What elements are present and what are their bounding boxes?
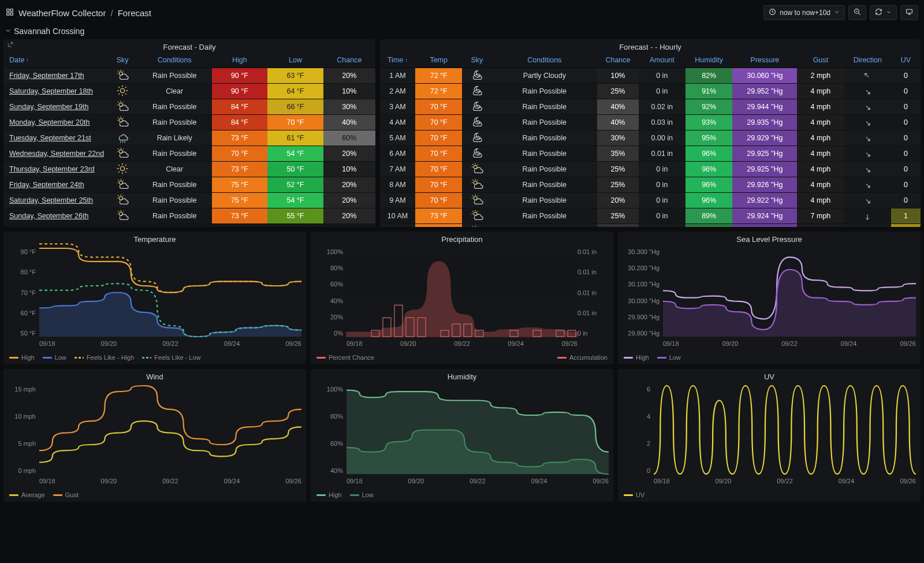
axis-tick: 0.01 in (578, 248, 610, 255)
panel-title[interactable]: Forecast - - Hourly (380, 39, 921, 53)
date-cell[interactable]: Friday, September 24th (3, 177, 107, 193)
humidity-cell: 95% (685, 131, 732, 146)
table-row[interactable]: Saturday, September 18thClear90 °F64 °F1… (3, 84, 375, 99)
chart-plot[interactable] (39, 386, 301, 474)
date-cell[interactable]: Sunday, September 19th (3, 99, 107, 115)
table-row[interactable]: 8 AM70 °FRain Possible25%0 in96%29.926 "… (380, 177, 921, 193)
legend-item[interactable]: Gust (53, 491, 79, 498)
temp-cell: 73 °F (415, 208, 462, 224)
col-header[interactable]: Conditions (491, 53, 597, 68)
uv-cell: 0 (891, 115, 921, 131)
external-link-icon[interactable] (7, 42, 13, 50)
col-header[interactable]: Pressure (732, 53, 797, 68)
axis-tick: 30.300 "Hg (621, 248, 663, 255)
table-row[interactable]: Saturday, September 25thRain Possible75 … (3, 193, 375, 208)
date-cell[interactable]: Saturday, September 25th (3, 193, 107, 208)
legend-item[interactable]: Feels Like - High (74, 354, 135, 361)
col-header[interactable]: Humidity (685, 53, 732, 68)
legend-item[interactable]: Low (350, 491, 374, 498)
col-header[interactable]: Gust (797, 53, 844, 68)
panel-title[interactable]: Forecast - Daily (3, 39, 375, 53)
table-row[interactable]: 10 AM73 °FRain Possible25%0 in89%29.924 … (380, 208, 921, 224)
legend-item[interactable]: Low (43, 354, 66, 361)
chance-cell: 25% (597, 208, 638, 224)
refresh-button[interactable] (870, 5, 897, 20)
col-header[interactable]: High (212, 53, 268, 68)
table-row[interactable]: Monday, September 20thRain Possible84 °F… (3, 115, 375, 131)
date-cell[interactable]: Saturday, September 18th (3, 84, 107, 99)
table-row[interactable]: 4 AM70 °FRain Possible40%0.03 in93%29.93… (380, 115, 921, 131)
conditions-cell: Rain Possible (137, 115, 212, 131)
table-row[interactable]: 2 AM72 °FRain Possible25%0 in91%29.952 "… (380, 84, 921, 99)
table-row[interactable]: 11 AM75 °FThunderstorms Possible30%0.00 … (380, 224, 921, 228)
chart-plot[interactable] (654, 386, 916, 474)
legend-item[interactable]: Feels Like - Low (142, 354, 200, 361)
axis-tick: 29.800 "Hg (621, 330, 663, 337)
chance-cell: 60% (323, 131, 375, 146)
crumb-sub[interactable]: Forecast (118, 8, 151, 18)
panel-title[interactable]: Sea Level Pressure (618, 232, 921, 245)
date-cell[interactable]: Friday, September 17th (3, 68, 107, 84)
legend-item[interactable]: High (9, 354, 35, 361)
col-header[interactable]: Sky (107, 53, 137, 68)
table-row[interactable]: Sunday, September 19thRain Possible84 °F… (3, 99, 375, 115)
table-row[interactable]: Wednesday, September 22ndRain Possible70… (3, 146, 375, 162)
uv-cell: 3 (891, 224, 921, 228)
amount-cell: 0.00 in (639, 224, 685, 228)
axis-tick: 10 mph (7, 413, 39, 420)
panel-title[interactable]: Humidity (311, 369, 613, 382)
col-header[interactable]: Direction (844, 53, 891, 68)
chart-plot[interactable] (663, 248, 916, 337)
table-row[interactable]: Tuesday, September 21stRain Likely73 °F6… (3, 131, 375, 146)
col-header[interactable]: Time (380, 53, 415, 68)
table-row[interactable]: Friday, September 24thRain Possible75 °F… (3, 177, 375, 193)
table-row[interactable]: 7 AM70 °FRain Possible25%0 in96%29.925 "… (380, 162, 921, 177)
col-header[interactable]: Date (3, 53, 107, 68)
col-header[interactable]: Chance (323, 53, 375, 68)
direction-cell (844, 99, 891, 115)
legend-item[interactable]: High (316, 491, 342, 498)
table-row[interactable]: 9 AM70 °FRain Possible20%0 in96%29.922 "… (380, 193, 921, 208)
zoom-out-button[interactable] (848, 5, 866, 20)
direction-arrow-icon (862, 179, 873, 190)
legend-item[interactable]: UV (624, 491, 644, 498)
col-header[interactable]: Sky (462, 53, 491, 68)
col-header[interactable]: Chance (597, 53, 638, 68)
col-header[interactable]: Amount (639, 53, 685, 68)
table-row[interactable]: 1 AM72 °FPartly Cloudy10%0 in82%30.060 "… (380, 68, 921, 84)
panel-title[interactable]: Wind (3, 369, 306, 382)
table-row[interactable]: 5 AM70 °FRain Possible30%0.00 in95%29.92… (380, 131, 921, 146)
table-row[interactable]: Friday, September 17thRain Possible90 °F… (3, 68, 375, 84)
date-cell[interactable]: Thursday, September 23rd (3, 162, 107, 177)
table-row[interactable]: 6 AM70 °FRain Possible35%0.01 in96%29.92… (380, 146, 921, 162)
row-header[interactable]: Savannah Crossing (5, 27, 919, 36)
monitor-icon (906, 8, 913, 17)
panel-title[interactable]: UV (618, 369, 921, 382)
panel-title[interactable]: Precipitation (311, 232, 613, 245)
legend-item[interactable]: Accumulation (557, 354, 608, 361)
panel-title[interactable]: Temperature (3, 232, 306, 245)
time-range-picker[interactable]: now to now+10d (763, 5, 845, 20)
col-header[interactable]: Low (267, 53, 323, 68)
table-row[interactable]: Thursday, September 23rdClear73 °F50 °F1… (3, 162, 375, 177)
col-header[interactable]: Conditions (137, 53, 212, 68)
date-cell[interactable]: Wednesday, September 22nd (3, 146, 107, 162)
date-cell[interactable]: Monday, September 20th (3, 115, 107, 131)
chart-plot[interactable] (346, 248, 578, 337)
date-cell[interactable]: Tuesday, September 21st (3, 131, 107, 146)
legend-item[interactable]: Average (9, 491, 45, 498)
legend-item[interactable]: Low (657, 354, 681, 361)
cycle-view-button[interactable] (900, 5, 918, 20)
humidity-cell: 93% (685, 115, 732, 131)
crumb-main[interactable]: WeatherFlow Collector (18, 8, 106, 18)
axis-tick: 09/20 (400, 340, 416, 347)
table-row[interactable]: Sunday, September 26thRain Possible73 °F… (3, 208, 375, 224)
col-header[interactable]: Temp (415, 53, 462, 68)
legend-item[interactable]: High (624, 354, 649, 361)
chart-plot[interactable] (39, 248, 301, 337)
chart-plot[interactable] (346, 386, 609, 474)
date-cell[interactable]: Sunday, September 26th (3, 208, 107, 224)
breadcrumb[interactable]: WeatherFlow Collector / Forecast (6, 8, 151, 18)
col-header[interactable]: UV (891, 53, 921, 68)
table-row[interactable]: 3 AM70 °FRain Possible40%0.02 in92%29.94… (380, 99, 921, 115)
